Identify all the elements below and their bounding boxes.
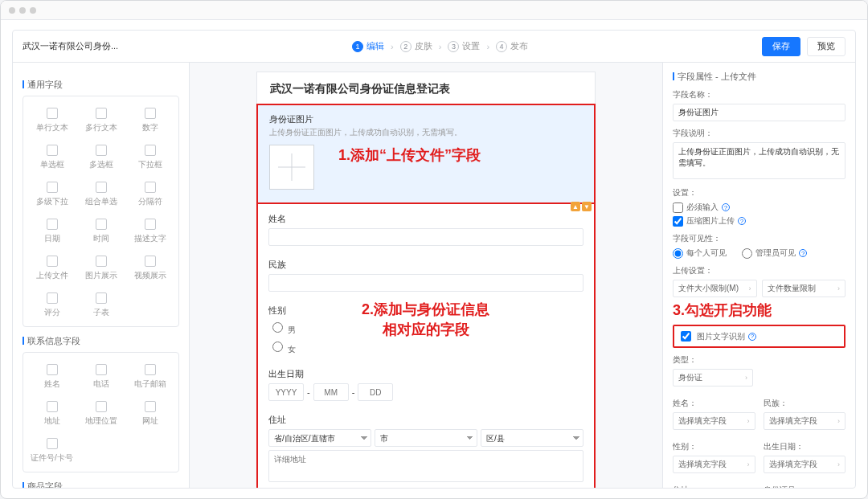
field-type-icon [145, 145, 156, 156]
address-detail-input[interactable] [268, 450, 583, 482]
form-title: 武汉一诺有限公司身份证信息登记表 [270, 82, 582, 96]
palette-item[interactable]: 地理位置 [77, 396, 125, 432]
palette-item[interactable]: 地址 [28, 396, 76, 432]
palette-item-label: 下拉框 [138, 159, 162, 170]
address-province-select[interactable]: 省/自治区/直辖市 [268, 429, 371, 447]
chevron-right-icon: › [486, 42, 489, 51]
palette-item-label: 多级下拉 [36, 196, 68, 207]
field-type-icon [47, 364, 58, 375]
ocr-type-select[interactable]: 身份证› [673, 369, 753, 387]
nation-input[interactable] [268, 274, 583, 292]
map-gender-select[interactable]: 选择填充字段› [673, 456, 755, 473]
help-icon[interactable]: ? [748, 333, 756, 341]
field-nation[interactable]: 民族 [257, 252, 595, 298]
palette-item[interactable]: 单行文本 [28, 103, 76, 138]
field-type-icon [96, 219, 107, 230]
help-icon[interactable]: ? [799, 249, 807, 257]
palette-item[interactable]: 日期 [28, 214, 76, 249]
address-city-select[interactable]: 市 [375, 429, 477, 447]
field-birthdate[interactable]: 出生日期 - - [257, 362, 595, 407]
step-edit[interactable]: 1 编辑 [352, 40, 384, 52]
address-district-select[interactable]: 区/县 [481, 429, 583, 447]
app-body: 武汉一诺有限公司身份... 1 编辑 › 2 皮肤 › 3 设置 [1, 20, 867, 498]
palette-item[interactable]: 电子邮箱 [126, 359, 174, 395]
gender-option-male[interactable]: 男 [268, 320, 583, 336]
palette-item[interactable]: 分隔符 [126, 177, 174, 212]
step-settings[interactable]: 3 设置 [448, 40, 480, 52]
visibility-everyone-radio[interactable] [673, 248, 683, 259]
field-name[interactable]: 姓名 [257, 207, 595, 252]
field-type-icon [96, 364, 107, 375]
file-count-limit-select[interactable]: 文件数量限制› [762, 280, 846, 297]
compress-checkbox[interactable] [673, 216, 683, 227]
prop-name-label: 字段名称： [673, 89, 845, 100]
palette-item-label: 视频展示 [134, 270, 166, 281]
palette-item[interactable]: 网址 [126, 396, 174, 432]
palette-group-title: 联系信息字段 [23, 335, 179, 347]
field-type-icon [47, 292, 58, 304]
palette-item[interactable]: 上传文件 [28, 251, 76, 286]
palette-item-label: 网址 [142, 415, 158, 427]
palette-item[interactable]: 证件号/卡号 [28, 433, 76, 468]
ocr-checkbox-highlight: 图片文字识别 ? [673, 325, 845, 348]
field-type-icon [47, 256, 58, 267]
palette-group-title: 商品字段 [23, 481, 179, 488]
palette-item[interactable]: 多级下拉 [28, 177, 76, 212]
palette-item[interactable]: 组合单选 [77, 177, 125, 212]
palette-item-label: 证件号/卡号 [31, 452, 73, 464]
birth-year-input[interactable] [268, 383, 304, 401]
palette-group-general: 单行文本多行文本数字单选框多选框下拉框多级下拉组合单选分隔符日期时间描述文字上传… [23, 96, 179, 327]
form-canvas: 武汉一诺有限公司身份证信息登记表 身份证图片 上传身份证正面图片，上传成功自动识… [257, 72, 595, 488]
palette-item[interactable]: 多行文本 [77, 103, 125, 138]
palette-item[interactable]: 电话 [77, 359, 125, 395]
gender-option-female[interactable]: 女 [268, 339, 583, 355]
palette-item-label: 上传文件 [36, 270, 68, 281]
map-nation-select[interactable]: 选择填充字段› [764, 412, 846, 430]
file-size-limit-select[interactable]: 文件大小限制(M)› [673, 280, 757, 297]
preview-button[interactable]: 预览 [807, 37, 845, 56]
palette-item-label: 图片展示 [85, 270, 117, 281]
birth-month-input[interactable] [313, 383, 349, 401]
palette-item[interactable]: 单选框 [28, 140, 76, 175]
visibility-admin-radio[interactable] [742, 248, 752, 259]
required-checkbox[interactable] [673, 202, 683, 213]
palette-item[interactable]: 下拉框 [126, 140, 174, 175]
field-address[interactable]: 住址 省/自治区/直辖市 市 区/县 [257, 407, 595, 488]
fields-group-outline: ▲▼ 姓名 民族 性别 [257, 203, 595, 488]
ocr-checkbox[interactable]: 图片文字识别 ? [678, 329, 841, 344]
name-input[interactable] [268, 228, 583, 246]
palette-item[interactable]: 时间 [77, 214, 125, 249]
save-button[interactable]: 保存 [762, 37, 800, 56]
traffic-dot [30, 7, 36, 14]
step-nav: 1 编辑 › 2 皮肤 › 3 设置 › 4 [128, 40, 752, 52]
help-icon[interactable]: ? [738, 217, 746, 225]
chevron-right-icon: › [439, 42, 442, 51]
palette-item[interactable]: 评分 [28, 288, 76, 323]
upload-add-icon[interactable] [269, 145, 314, 190]
palette-item-label: 评分 [44, 307, 60, 318]
palette-item[interactable]: 姓名 [28, 359, 76, 395]
palette-item[interactable]: 多选框 [77, 140, 125, 175]
palette-item[interactable]: 描述文字 [126, 214, 174, 249]
palette-item-label: 描述文字 [134, 233, 166, 244]
birth-day-input[interactable] [358, 383, 393, 401]
field-type-icon [47, 108, 58, 119]
step-publish[interactable]: 4 发布 [496, 40, 528, 52]
prop-desc-input[interactable]: 上传身份证正面图片，上传成功自动识别，无需填写。 [673, 142, 845, 179]
palette-item-label: 时间 [93, 233, 109, 244]
step-skin[interactable]: 2 皮肤 [400, 40, 432, 52]
prop-desc-label: 字段说明： [673, 128, 845, 139]
field-gender[interactable]: 性别 男 女 [257, 298, 595, 362]
prop-name-input[interactable] [673, 104, 845, 121]
field-type-icon [96, 108, 107, 119]
map-name-select[interactable]: 选择填充字段› [673, 412, 755, 430]
palette-item[interactable]: 子表 [77, 288, 125, 323]
palette-item[interactable]: 数字 [126, 103, 174, 138]
palette-item[interactable]: 视频展示 [126, 251, 174, 286]
field-upload-selected[interactable]: 身份证图片 上传身份证正面图片，上传成功自动识别，无需填写。 1.添加“上传文件… [257, 104, 595, 203]
map-birth-select[interactable]: 选择填充字段› [764, 456, 846, 473]
palette-group-title: 通用字段 [23, 79, 179, 91]
palette-item[interactable]: 图片展示 [77, 251, 125, 286]
palette-group-contact: 姓名电话电子邮箱地址地理位置网址证件号/卡号 [23, 352, 179, 472]
help-icon[interactable]: ? [722, 203, 730, 211]
